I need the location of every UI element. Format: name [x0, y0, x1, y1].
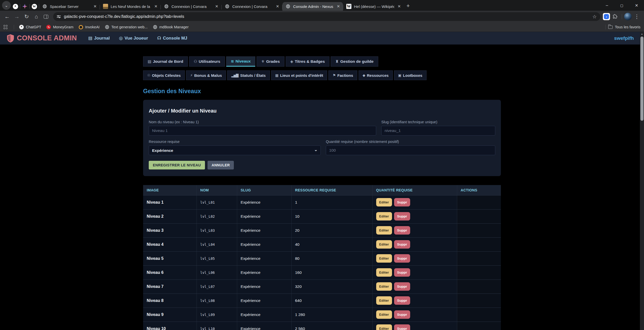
- bookmark-item[interactable]: Text generation web...: [102, 23, 150, 31]
- empty-cell: [457, 294, 501, 308]
- tab-statuts-états[interactable]: ▂▅▇Statuts / États: [227, 70, 270, 80]
- scroll-up-icon[interactable]: ▲: [640, 32, 644, 36]
- edit-button[interactable]: Editer: [376, 296, 392, 305]
- save-level-button[interactable]: ENREGISTRER LE NIVEAU: [149, 161, 205, 169]
- close-button[interactable]: ✕: [629, 0, 644, 11]
- levels-table: IMAGENOMSLUGRESSOURCE REQUISEQUANTITÉ RE…: [143, 185, 501, 330]
- bookmark-star-icon[interactable]: ☆: [592, 14, 597, 20]
- delete-button[interactable]: Suppr: [394, 226, 410, 235]
- tab-label: Factions: [337, 73, 353, 78]
- forward-button[interactable]: →: [12, 12, 21, 21]
- tab-lootboxes[interactable]: ▣Lootboxes: [394, 70, 427, 80]
- nav-link-journal[interactable]: ▤Journal: [88, 35, 110, 41]
- resource-select[interactable]: Expérience: [149, 145, 321, 155]
- delete-button[interactable]: Suppr: [394, 254, 410, 263]
- tab-close-icon[interactable]: ✕: [336, 4, 341, 9]
- bookmark-item[interactable]: mdBook Manager: [150, 23, 191, 31]
- delete-button[interactable]: Suppr: [394, 212, 410, 221]
- tab-close-icon[interactable]: ✕: [93, 4, 98, 9]
- edit-button[interactable]: Editer: [376, 240, 392, 249]
- delete-button[interactable]: Suppr: [394, 310, 410, 319]
- quantity-input[interactable]: [326, 145, 495, 155]
- nav-link-vue-joueur[interactable]: ◎Vue Joueur: [119, 35, 148, 41]
- browser-tab[interactable]: Spacebar Server✕: [39, 2, 100, 11]
- delete-button[interactable]: Suppr: [394, 296, 410, 305]
- apps-grid-icon[interactable]: [4, 25, 8, 29]
- tab-lieux-et-points-d-intér-t[interactable]: ▦Lieux et points d'intérêt: [271, 70, 327, 80]
- extensions-button[interactable]: [611, 12, 620, 21]
- cancel-button[interactable]: ANNULER: [208, 161, 234, 169]
- delete-button[interactable]: Suppr: [394, 324, 410, 330]
- edit-button[interactable]: Editer: [376, 282, 392, 291]
- level-resource-cell: Expérience: [237, 279, 291, 294]
- page-scrollbar[interactable]: ▲: [640, 32, 644, 330]
- home-button[interactable]: ⌂: [32, 12, 41, 21]
- side-panel-button[interactable]: [41, 12, 51, 21]
- omnibox[interactable]: galactic-pve-conquest-c7fe.dev.flatlogic…: [53, 12, 600, 21]
- edit-button[interactable]: Editer: [376, 198, 392, 206]
- edit-button[interactable]: Editer: [376, 268, 392, 277]
- tab-gestion-de-guilde[interactable]: ♜Gestion de guilde: [331, 56, 378, 67]
- tab-utilisateurs[interactable]: ⚇Utilisateurs: [189, 56, 225, 67]
- extension-ai-button[interactable]: ›: [603, 13, 610, 20]
- pinned-tab-wordpress[interactable]: W: [30, 2, 39, 11]
- delete-button[interactable]: Suppr: [394, 240, 410, 249]
- bookmark-item[interactable]: *ChatGPT: [17, 23, 44, 31]
- minimize-button[interactable]: –: [600, 0, 614, 11]
- browser-tab[interactable]: Console Admin - Nexus✕: [282, 2, 343, 11]
- new-tab-button[interactable]: +: [404, 2, 412, 10]
- chatgpt-icon: *: [13, 4, 18, 9]
- tab-search-button[interactable]: ⌄: [2, 1, 11, 10]
- table-row: Niveau 6lvl_L06Expérience160EditerSuppr: [143, 265, 501, 279]
- site-settings-icon[interactable]: [57, 15, 61, 18]
- edit-button[interactable]: Editer: [376, 310, 392, 319]
- edit-button[interactable]: Editer: [376, 254, 392, 263]
- profile-avatar[interactable]: [624, 13, 632, 20]
- delete-button[interactable]: Suppr: [394, 198, 410, 206]
- back-button[interactable]: ←: [3, 12, 12, 21]
- tab-niveaux[interactable]: ≋Niveaux: [226, 56, 255, 67]
- level-quantity-cell: 2 560: [291, 322, 372, 330]
- tab-close-icon[interactable]: ✕: [214, 4, 219, 9]
- username[interactable]: swefpifh: [614, 35, 634, 41]
- browser-tab[interactable]: Les Neuf Mondes de la Mythol...✕: [100, 2, 160, 11]
- all-bookmarks[interactable]: Tous les favoris: [603, 25, 640, 29]
- delete-button[interactable]: Suppr: [394, 268, 410, 277]
- browser-tab[interactable]: Connexion | Corvara✕: [222, 2, 282, 11]
- tab-ressources[interactable]: ◆Ressources: [359, 70, 393, 80]
- bookmark-item[interactable]: ∿MoneyGram: [44, 23, 76, 31]
- level-resource-cell: Expérience: [237, 322, 291, 330]
- name-input[interactable]: [149, 126, 376, 136]
- edit-button[interactable]: Editer: [376, 324, 392, 330]
- browser-tab[interactable]: WHel (déesse) — Wikipédia✕: [343, 2, 404, 11]
- tab-objets-célestes[interactable]: ☉Objets Célestes: [143, 70, 185, 80]
- tab-close-icon[interactable]: ✕: [397, 4, 402, 9]
- edit-button[interactable]: Editer: [376, 226, 392, 235]
- bookmark-item[interactable]: InvokeAI: [76, 23, 102, 31]
- reload-button[interactable]: ↻: [22, 12, 31, 21]
- tab-titres-badges[interactable]: ◈Titres & Badges: [286, 56, 329, 67]
- tab-close-icon[interactable]: ✕: [275, 4, 280, 9]
- bookmark-label: InvokeAI: [85, 25, 99, 29]
- maximize-button[interactable]: ▢: [614, 0, 629, 11]
- column-header-actions: ACTIONS: [457, 185, 501, 195]
- nav-link-console-mj[interactable]: ☊Console MJ: [157, 35, 187, 41]
- browser-menu-button[interactable]: ⋮: [632, 12, 641, 21]
- pinned-tab-chatgpt[interactable]: *: [11, 2, 20, 11]
- delete-button[interactable]: Suppr: [394, 282, 410, 291]
- slug-input[interactable]: [381, 126, 495, 136]
- tab-label: Grades: [266, 59, 280, 64]
- tab-label: Utilisateurs: [199, 59, 220, 64]
- tab-bonus-malus[interactable]: ⚡Bonus & Malus: [186, 70, 226, 80]
- scrollbar-thumb[interactable]: [640, 36, 643, 121]
- globe-favicon: [285, 4, 291, 9]
- url-text[interactable]: galactic-pve-conquest-c7fe.dev.flatlogic…: [64, 14, 589, 19]
- tab-close-icon[interactable]: ✕: [153, 4, 158, 9]
- browser-tab[interactable]: Connexion | Corvara✕: [161, 2, 221, 11]
- tab-grades[interactable]: ⚜Grades: [257, 56, 284, 67]
- edit-button[interactable]: Editer: [376, 212, 392, 221]
- tab-journal-de-bord[interactable]: ▤Journal de Bord: [143, 56, 188, 67]
- app-nav: ▤Journal◎Vue Joueur☊Console MJ: [88, 35, 187, 41]
- tab-factions[interactable]: ⚑Factions: [328, 70, 357, 80]
- pinned-tab-gemini[interactable]: [20, 2, 29, 11]
